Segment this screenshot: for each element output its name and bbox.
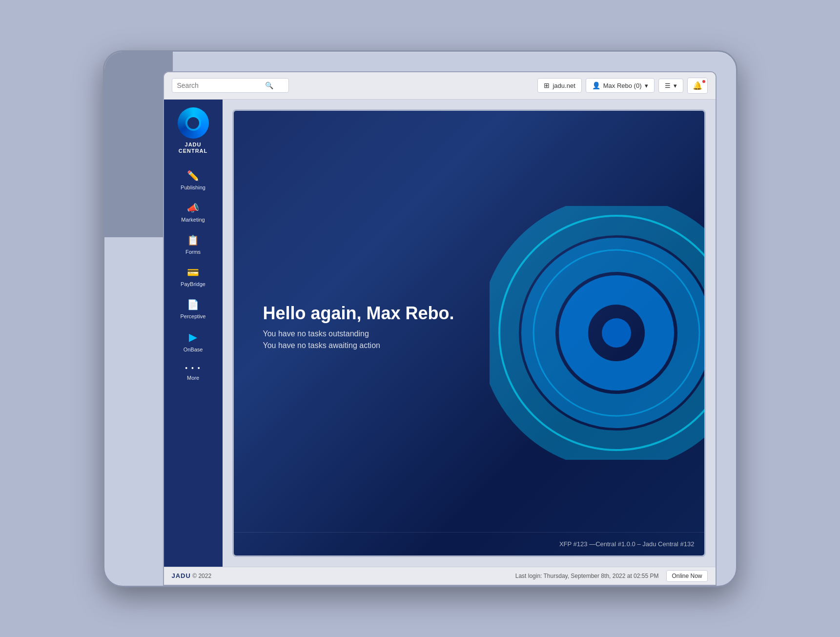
search-input[interactable]: [177, 82, 265, 89]
play-icon: ▶: [189, 331, 197, 344]
document-icon: 📄: [187, 299, 199, 310]
sidebar-label-paybridge: PayBridge: [181, 281, 205, 287]
hero-circles-graphic: [490, 206, 706, 460]
browser-footer: JADU © 2022 Last login: Thursday, Septem…: [164, 567, 716, 585]
sidebar-item-publishing[interactable]: ✏️ Publishing: [164, 164, 223, 196]
hero-content: Hello again, Max Rebo. You have no tasks…: [263, 303, 454, 353]
logo-area: JADU CENTRAL: [164, 100, 223, 164]
online-status-text: Online Now: [672, 573, 702, 579]
device-frame: 🔍 ⊞ jadu.net 👤 Max Rebo (0) ▾ ☰ ▾ 🔔: [103, 50, 738, 587]
footer-brand: JADU: [172, 572, 191, 579]
user-button[interactable]: 👤 Max Rebo (0) ▾: [586, 78, 655, 93]
menu-button[interactable]: ☰ ▾: [658, 79, 683, 93]
menu-icon: ☰: [665, 82, 671, 89]
sidebar-label-publishing: Publishing: [181, 185, 205, 190]
search-box[interactable]: 🔍: [172, 78, 289, 93]
clipboard-icon: 📋: [187, 234, 199, 246]
bell-icon: 🔔: [693, 82, 702, 90]
hero-task-line2: You have no tasks awaiting action: [263, 341, 454, 350]
hero-card: Hello again, Max Rebo. You have no tasks…: [232, 109, 706, 557]
main-content: Hello again, Max Rebo. You have no tasks…: [223, 100, 716, 567]
browser-topbar: 🔍 ⊞ jadu.net 👤 Max Rebo (0) ▾ ☰ ▾ 🔔: [164, 72, 716, 100]
user-label: Max Rebo (0): [603, 82, 642, 89]
hero-greeting: Hello again, Max Rebo.: [263, 303, 454, 324]
sidebar-item-more[interactable]: • • • More: [164, 358, 223, 387]
chevron-down-icon: ▾: [645, 82, 648, 89]
browser-body: JADU CENTRAL ✏️ Publishing 📣 Marketing 📋…: [164, 100, 716, 567]
sidebar-label-forms: Forms: [185, 249, 201, 255]
hero-footer: XFP #123 —Central #1.0.0 – Jadu Central …: [234, 532, 704, 555]
footer-copyright: © 2022: [192, 573, 211, 579]
footer-right: Last login: Thursday, September 8th, 202…: [515, 570, 708, 582]
megaphone-icon: 📣: [187, 202, 199, 214]
sidebar-item-onbase[interactable]: ▶ OnBase: [164, 325, 223, 358]
logo-text: JADU CENTRAL: [179, 142, 208, 154]
sidebar: JADU CENTRAL ✏️ Publishing 📣 Marketing 📋…: [164, 100, 223, 567]
site-button[interactable]: ⊞ jadu.net: [537, 78, 581, 93]
pencil-icon: ✏️: [187, 170, 199, 182]
site-label: jadu.net: [553, 82, 575, 89]
sidebar-item-forms[interactable]: 📋 Forms: [164, 228, 223, 261]
topbar-right: ⊞ jadu.net 👤 Max Rebo (0) ▾ ☰ ▾ 🔔: [537, 78, 707, 94]
online-status-badge: Online Now: [666, 570, 707, 582]
card-icon: 💳: [187, 267, 199, 278]
jadu-logo: [178, 107, 209, 139]
notification-button[interactable]: 🔔: [687, 78, 708, 94]
last-login-text: Last login: Thursday, September 8th, 202…: [515, 573, 659, 579]
more-icon: • • •: [185, 364, 201, 372]
sidebar-label-more: More: [187, 375, 199, 381]
hero-task-line1: You have no tasks outstanding: [263, 329, 454, 338]
sidebar-label-marketing: Marketing: [181, 217, 205, 223]
notification-badge: [701, 79, 706, 84]
sidebar-label-onbase: OnBase: [184, 347, 203, 352]
sidebar-item-perceptive[interactable]: 📄 Perceptive: [164, 293, 223, 325]
browser-window: 🔍 ⊞ jadu.net 👤 Max Rebo (0) ▾ ☰ ▾ 🔔: [163, 71, 717, 586]
chevron-down-icon-menu: ▾: [674, 82, 677, 89]
search-icon[interactable]: 🔍: [265, 82, 273, 89]
footer-brand-area: JADU © 2022: [172, 572, 212, 579]
svg-point-3: [602, 318, 631, 348]
sidebar-label-perceptive: Perceptive: [181, 313, 206, 319]
sidebar-item-marketing[interactable]: 📣 Marketing: [164, 196, 223, 228]
grid-icon: ⊞: [544, 82, 550, 89]
sidebar-item-paybridge[interactable]: 💳 PayBridge: [164, 261, 223, 293]
version-text: XFP #123 —Central #1.0.0 – Jadu Central …: [559, 540, 695, 548]
user-icon: 👤: [592, 82, 600, 89]
logo-inner-ring: [185, 115, 201, 131]
